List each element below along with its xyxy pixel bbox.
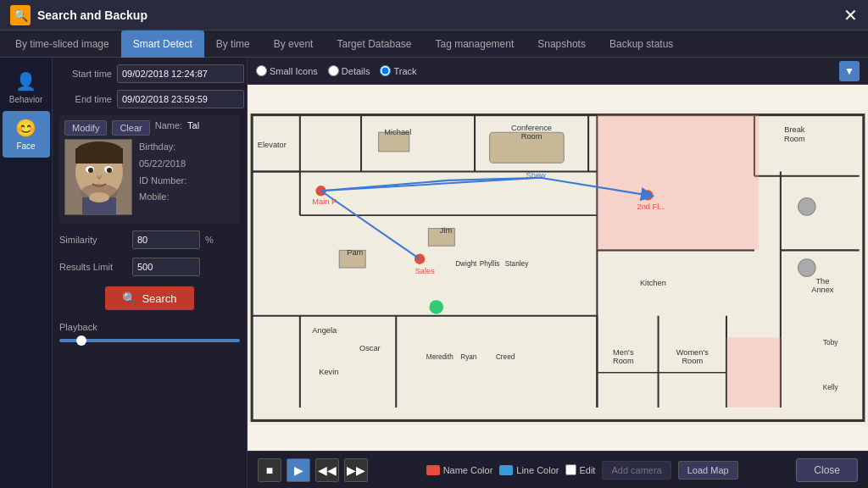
svg-text:Kitchen: Kitchen — [640, 279, 666, 287]
face-area: Birthday: 05/22/2018 ID Number: Mobile: — [64, 139, 235, 215]
details-radio-label[interactable]: Details — [328, 65, 370, 76]
svg-text:Ryan: Ryan — [460, 353, 477, 361]
left-panel: Start time 🕐 End time 🕐 Modify Clear Nam… — [53, 58, 248, 488]
tab-bar: By time-sliced image Smart Detect By tim… — [0, 30, 868, 58]
birthday-label: Birthday: — [139, 139, 186, 156]
similarity-unit: % — [205, 235, 214, 245]
playback-controls: ■ ▶ ◀◀ ▶▶ — [258, 458, 368, 482]
small-icons-radio-label[interactable]: Small Icons — [256, 65, 318, 76]
name-color-option: Name Color — [426, 465, 493, 475]
play-button[interactable]: ▶ — [287, 458, 310, 482]
birthday-value: 05/22/2018 — [139, 156, 186, 173]
svg-text:Stanley: Stanley — [505, 260, 529, 268]
start-time-row: Start time 🕐 — [59, 64, 240, 83]
line-color-label: Line Color — [516, 465, 559, 475]
face-actions: Modify Clear Name: Tal — [64, 120, 235, 136]
svg-point-6 — [88, 168, 93, 173]
start-time-label: Start time — [59, 69, 112, 79]
results-limit-row: Results Limit — [59, 258, 240, 276]
search-label: Search — [142, 292, 176, 305]
svg-text:Toby: Toby — [823, 339, 838, 347]
name-label: Name: — [155, 120, 182, 136]
svg-text:2nd Fl...: 2nd Fl... — [637, 202, 665, 211]
map-controls-bar: Small Icons Details Track ▼ — [248, 58, 868, 85]
edit-checkbox[interactable] — [565, 464, 576, 475]
small-icons-radio[interactable] — [256, 65, 267, 76]
line-color-swatch[interactable] — [499, 465, 513, 475]
face-photo — [64, 139, 132, 215]
end-time-row: End time 🕐 — [59, 90, 240, 108]
tab-by-time[interactable]: By time — [204, 30, 262, 58]
svg-text:Main P: Main P — [312, 197, 337, 206]
line-color-option: Line Color — [499, 465, 559, 475]
map-area: Michael Conference Room Break Room Eleva… — [248, 85, 868, 451]
name-color-swatch[interactable] — [426, 465, 440, 475]
sidebar-item-behavior-label: Behavior — [9, 95, 42, 104]
svg-point-43 — [415, 254, 425, 264]
end-time-input[interactable] — [117, 90, 244, 108]
track-text: Track — [393, 66, 416, 76]
svg-text:Dwight: Dwight — [455, 260, 477, 268]
track-radio[interactable] — [380, 65, 391, 76]
svg-text:Room: Room — [682, 357, 703, 365]
name-color-label: Name Color — [443, 465, 493, 475]
edit-label: Edit — [579, 465, 595, 475]
tab-tag-mgmt[interactable]: Tag management — [424, 30, 526, 58]
modify-button[interactable]: Modify — [64, 120, 107, 136]
details-radio[interactable] — [328, 65, 339, 76]
face-block: Modify Clear Name: Tal — [59, 115, 240, 224]
face-icon: 😊 — [15, 118, 36, 138]
tab-by-event[interactable]: By event — [262, 30, 326, 58]
prev-button[interactable]: ◀◀ — [315, 458, 339, 482]
search-icon: 🔍 — [122, 291, 136, 305]
edit-checkbox-container: Edit — [565, 464, 595, 475]
svg-point-7 — [107, 168, 112, 173]
svg-rect-34 — [726, 337, 781, 407]
svg-text:Michael: Michael — [384, 128, 411, 136]
similarity-input[interactable] — [132, 230, 200, 249]
next-button[interactable]: ▶▶ — [344, 458, 368, 482]
title-bar-left: 🔍 Search and Backup — [10, 5, 147, 25]
start-time-input[interactable] — [117, 64, 244, 83]
small-icons-text: Small Icons — [270, 66, 318, 76]
svg-text:Oscar: Oscar — [359, 344, 381, 352]
load-map-button[interactable]: Load Map — [678, 461, 738, 480]
svg-text:Kevin: Kevin — [319, 368, 338, 376]
svg-text:Phyllis: Phyllis — [480, 260, 500, 268]
tab-smart-detect[interactable]: Smart Detect — [121, 30, 204, 58]
right-area: Small Icons Details Track ▼ — [248, 58, 868, 488]
floor-plan-svg: Michael Conference Room Break Room Eleva… — [248, 85, 868, 451]
stop-button[interactable]: ■ — [258, 458, 281, 482]
tab-backup-status[interactable]: Backup status — [598, 30, 685, 58]
playback-slider[interactable] — [59, 339, 240, 342]
svg-text:Meredith: Meredith — [426, 353, 453, 361]
svg-text:Angela: Angela — [312, 326, 337, 335]
svg-text:Elevator: Elevator — [258, 141, 287, 149]
tab-target-db[interactable]: Target Database — [325, 30, 423, 58]
details-text: Details — [342, 66, 370, 76]
window-title: Search and Backup — [37, 8, 147, 22]
results-limit-input[interactable] — [132, 258, 200, 276]
id-label: ID Number: — [139, 173, 186, 190]
window-close-button[interactable]: ✕ — [843, 5, 858, 25]
behavior-icon: 👤 — [15, 71, 36, 92]
sidebar-item-behavior[interactable]: 👤 Behavior — [3, 64, 50, 111]
svg-text:Conference: Conference — [511, 124, 552, 132]
tab-snapshots[interactable]: Snapshots — [526, 30, 598, 58]
svg-text:Break: Break — [784, 125, 805, 134]
svg-rect-33 — [597, 115, 759, 251]
track-radio-label[interactable]: Track — [380, 65, 416, 76]
close-main-button[interactable]: Close — [796, 458, 858, 482]
clear-button[interactable]: Clear — [112, 120, 149, 136]
sidebar-item-face[interactable]: 😊 Face — [3, 111, 50, 158]
similarity-row: Similarity % — [59, 230, 240, 249]
mobile-label: Mobile: — [139, 189, 186, 206]
similarity-label: Similarity — [59, 235, 127, 245]
tab-time-sliced[interactable]: By time-sliced image — [3, 30, 121, 58]
filter-button[interactable]: ▼ — [839, 61, 860, 81]
add-camera-button[interactable]: Add camera — [602, 461, 670, 480]
sidebar-item-face-label: Face — [16, 141, 35, 151]
search-button[interactable]: 🔍 Search — [105, 286, 193, 310]
name-value: Tal — [187, 120, 199, 136]
face-image — [65, 140, 132, 215]
